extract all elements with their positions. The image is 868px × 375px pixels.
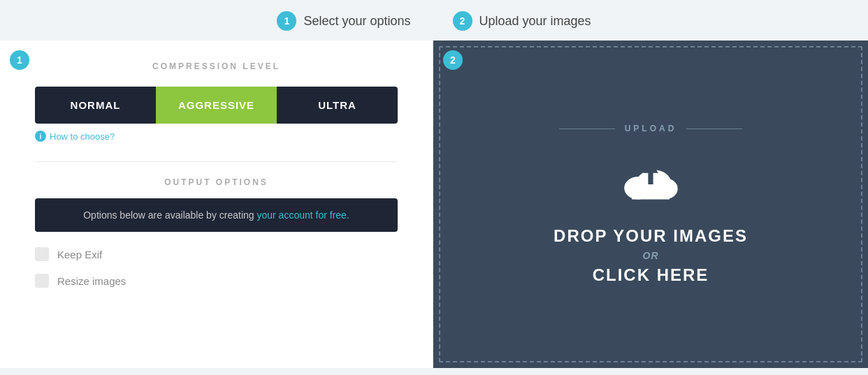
compression-title: COMPRESSION LEVEL xyxy=(35,61,398,71)
step2-badge: 2 xyxy=(453,11,472,31)
top-bar: 1 Select your options 2 Upload your imag… xyxy=(0,0,868,41)
compression-toggle: NORMAL AGGRESSIVE ULTRA xyxy=(35,87,398,124)
click-text: CLICK HERE xyxy=(593,265,709,285)
or-text: OR xyxy=(643,250,659,261)
step1-badge: 1 xyxy=(277,11,296,31)
step1: 1 Select your options xyxy=(277,11,410,31)
keep-exif-checkbox[interactable] xyxy=(35,247,49,261)
info-icon: i xyxy=(35,131,46,142)
how-to-text: How to choose? xyxy=(50,131,115,142)
keep-exif-row: Keep Exif xyxy=(35,247,398,261)
step1-label: Select your options xyxy=(303,14,410,29)
resize-images-row: Resize images xyxy=(35,274,398,288)
main-content: 1 COMPRESSION LEVEL NORMAL AGGRESSIVE UL… xyxy=(0,41,868,368)
step2-label: Upload your images xyxy=(479,14,591,29)
divider xyxy=(35,161,398,162)
banner-text: Options below are available by creating xyxy=(83,209,256,221)
step2: 2 Upload your images xyxy=(453,11,591,31)
upload-panel[interactable]: 2 UPLOAD DROP YOUR IMAGES OR CLICK HERE xyxy=(433,41,868,368)
right-step-badge: 2 xyxy=(443,50,463,70)
how-to-link[interactable]: i How to choose? xyxy=(35,131,398,142)
upload-label: UPLOAD xyxy=(559,124,743,133)
left-panel: 1 COMPRESSION LEVEL NORMAL AGGRESSIVE UL… xyxy=(0,41,433,368)
output-options-title: OUTPUT OPTIONS xyxy=(35,177,398,187)
svg-rect-3 xyxy=(632,187,670,200)
resize-images-label: Resize images xyxy=(57,275,126,287)
normal-button[interactable]: NORMAL xyxy=(35,87,156,124)
resize-images-checkbox[interactable] xyxy=(35,274,49,288)
aggressive-button[interactable]: AGGRESSIVE xyxy=(156,87,277,124)
options-banner: Options below are available by creating … xyxy=(35,198,398,232)
ultra-button[interactable]: ULTRA xyxy=(277,87,398,124)
cloud-upload-icon xyxy=(619,154,682,209)
banner-link[interactable]: your account for free. xyxy=(256,209,349,221)
drop-text: DROP YOUR IMAGES xyxy=(554,226,748,246)
left-step-badge: 1 xyxy=(10,50,29,70)
keep-exif-label: Keep Exif xyxy=(57,249,102,260)
